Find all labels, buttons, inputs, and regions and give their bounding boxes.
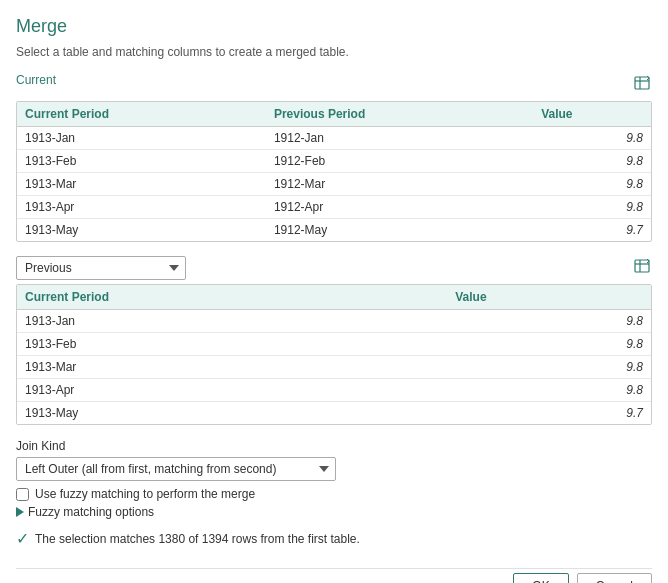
table-cell: 1913-Jan [17, 127, 266, 150]
table-row: 1913-Mar1912-Mar9.8 [17, 173, 651, 196]
table-row: 1913-Feb1912-Feb9.8 [17, 150, 651, 173]
join-kind-dropdown[interactable]: Left Outer (all from first, matching fro… [16, 457, 336, 481]
table-cell: 9.8 [447, 310, 651, 333]
current-col-header-1[interactable]: Previous Period [266, 102, 533, 127]
table-cell: 1912-May [266, 219, 533, 242]
table-cell: 1912-Apr [266, 196, 533, 219]
current-table-icon[interactable] [632, 73, 652, 97]
table-cell: 1912-Jan [266, 127, 533, 150]
current-col-header-0[interactable]: Current Period [17, 102, 266, 127]
table-cell: 1912-Mar [266, 173, 533, 196]
previous-col-header-1[interactable]: Value [447, 285, 651, 310]
table-row: 1913-May9.7 [17, 402, 651, 425]
table-cell: 9.8 [447, 379, 651, 402]
page-title: Merge [16, 16, 652, 37]
table-cell: 1913-May [17, 402, 447, 425]
fuzzy-options-label: Fuzzy matching options [28, 505, 154, 519]
table-cell: 1913-May [17, 219, 266, 242]
current-table-wrapper: Current Period Previous Period Value 191… [16, 101, 652, 242]
table-cell: 1913-Feb [17, 333, 447, 356]
table-cell: 9.8 [533, 127, 651, 150]
table-cell: 9.7 [533, 219, 651, 242]
triangle-expand-icon [16, 507, 24, 517]
current-table: Current Period Previous Period Value 191… [17, 102, 651, 241]
table-cell: 1913-Jan [17, 310, 447, 333]
status-row: ✓ The selection matches 1380 of 1394 row… [16, 529, 652, 548]
status-text: The selection matches 1380 of 1394 rows … [35, 532, 360, 546]
join-kind-label: Join Kind [16, 439, 652, 453]
table-row: 1913-Mar9.8 [17, 356, 651, 379]
table-cell: 1913-Mar [17, 356, 447, 379]
previous-table-icon[interactable] [632, 256, 652, 280]
previous-table-dropdown[interactable]: PreviousCurrent [16, 256, 186, 280]
current-section-label: Current [16, 73, 56, 87]
table-cell: 9.8 [447, 356, 651, 379]
cancel-button[interactable]: Cancel [577, 573, 652, 583]
table-cell: 1912-Feb [266, 150, 533, 173]
previous-col-header-0[interactable]: Current Period [17, 285, 447, 310]
table-cell: 9.8 [533, 196, 651, 219]
table-cell: 9.8 [533, 173, 651, 196]
table-cell: 1913-Apr [17, 196, 266, 219]
table-cell: 1913-Mar [17, 173, 266, 196]
fuzzy-checkbox-label[interactable]: Use fuzzy matching to perform the merge [35, 487, 255, 501]
table-row: 1913-May1912-May9.7 [17, 219, 651, 242]
svg-rect-0 [635, 77, 649, 89]
table-row: 1913-Jan1912-Jan9.8 [17, 127, 651, 150]
table-row: 1913-Apr9.8 [17, 379, 651, 402]
page-subtitle: Select a table and matching columns to c… [16, 45, 652, 59]
table-row: 1913-Jan9.8 [17, 310, 651, 333]
fuzzy-checkbox[interactable] [16, 488, 29, 501]
footer: OK Cancel [16, 568, 652, 583]
table-row: 1913-Apr1912-Apr9.8 [17, 196, 651, 219]
table-cell: 1913-Apr [17, 379, 447, 402]
svg-rect-3 [635, 260, 649, 272]
status-checkmark-icon: ✓ [16, 529, 29, 548]
table-cell: 9.8 [447, 333, 651, 356]
ok-button[interactable]: OK [513, 573, 568, 583]
previous-table-wrapper: Current Period Value 1913-Jan9.81913-Feb… [16, 284, 652, 425]
fuzzy-options-row[interactable]: Fuzzy matching options [16, 505, 652, 519]
fuzzy-checkbox-row: Use fuzzy matching to perform the merge [16, 487, 652, 501]
previous-table: Current Period Value 1913-Jan9.81913-Feb… [17, 285, 651, 424]
table-cell: 1913-Feb [17, 150, 266, 173]
table-cell: 9.8 [533, 150, 651, 173]
table-row: 1913-Feb9.8 [17, 333, 651, 356]
current-col-header-2[interactable]: Value [533, 102, 651, 127]
table-cell: 9.7 [447, 402, 651, 425]
